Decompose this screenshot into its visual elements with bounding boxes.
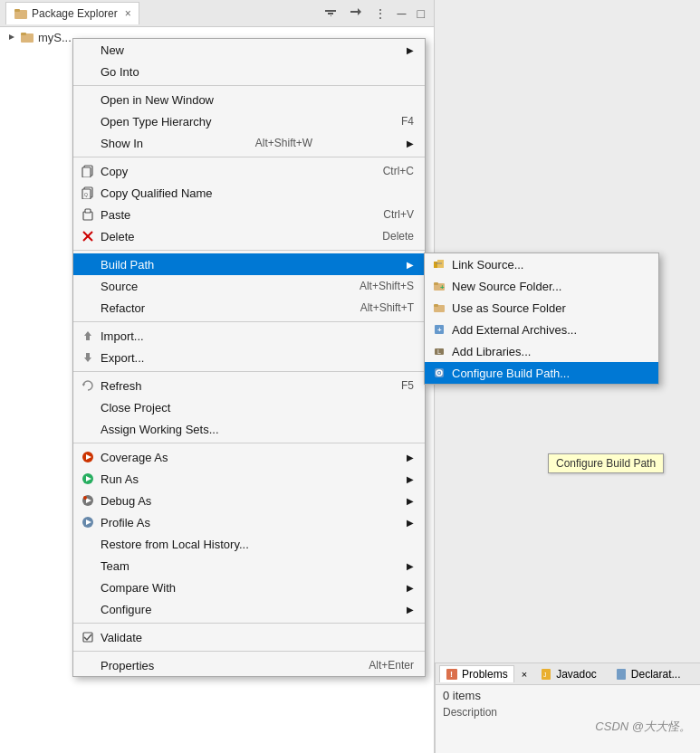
svg-text:!: !	[450, 670, 453, 679]
tab-problems[interactable]: ! Problems	[439, 665, 514, 682]
menu-item-open-new-window[interactable]: Open in New Window	[73, 89, 425, 110]
svg-rect-16	[85, 209, 91, 213]
new-icon	[81, 43, 95, 57]
context-menu: New ▶ Go Into Open in New Window Open Ty…	[72, 38, 426, 677]
menu-item-coverage-as[interactable]: Coverage As ▶	[73, 446, 425, 468]
refresh-shortcut: F5	[383, 379, 414, 392]
menu-item-go-into[interactable]: Go Into	[73, 61, 425, 82]
separator-8	[73, 651, 425, 652]
build-path-submenu: Link Source... + New Source Folder... Us…	[424, 253, 659, 385]
svg-marker-6	[358, 8, 361, 15]
svg-rect-3	[328, 13, 333, 14]
declaration-icon	[615, 668, 628, 681]
menu-item-configure[interactable]: Configure ▶	[73, 598, 425, 620]
menu-item-validate[interactable]: Validate	[73, 626, 425, 648]
menu-item-assign-working-sets[interactable]: Assign Working Sets...	[73, 418, 425, 440]
menu-item-delete[interactable]: Delete Delete	[73, 225, 425, 247]
menu-item-new[interactable]: New ▶	[73, 39, 425, 61]
menu-item-copy[interactable]: Copy Ctrl+C	[73, 160, 425, 182]
compare-icon	[81, 580, 95, 595]
submenu-use-source-folder[interactable]: Use as Source Folder	[425, 297, 658, 319]
minimize-btn[interactable]: ─	[394, 5, 410, 23]
submenu-link-source[interactable]: Link Source...	[425, 253, 658, 275]
link-source-icon	[432, 257, 446, 272]
show-in-arrow: ▶	[407, 138, 414, 148]
menu-item-refresh[interactable]: Refresh F5	[73, 375, 425, 396]
submenu-new-source-folder[interactable]: + New Source Folder...	[425, 275, 658, 297]
menu-item-show-in[interactable]: Show In Alt+Shift+W ▶	[73, 132, 425, 154]
menu-item-restore-local[interactable]: Restore from Local History...	[73, 533, 425, 555]
panel-title: Package Explorer	[32, 7, 118, 20]
add-external-archives-icon: +	[432, 322, 446, 337]
coverage-icon	[81, 450, 95, 464]
source-icon	[81, 279, 95, 293]
menu-item-paste[interactable]: Paste Ctrl+V	[73, 204, 425, 225]
separator-7	[73, 623, 425, 624]
menu-item-close-project[interactable]: Close Project	[73, 396, 425, 418]
menu-item-export[interactable]: Export...	[73, 347, 425, 368]
configure-icon	[81, 602, 95, 616]
view-menu-btn[interactable]: ⋮	[370, 5, 390, 23]
tree-arrow-icon	[7, 33, 16, 42]
tab-close-btn[interactable]: ×	[125, 7, 131, 20]
svg-text:+: +	[437, 326, 442, 334]
close-project-icon	[81, 400, 95, 415]
svg-point-33	[438, 372, 440, 374]
svg-rect-1	[14, 9, 20, 12]
source-shortcut: Alt+Shift+S	[341, 280, 414, 292]
svg-marker-7	[9, 34, 14, 40]
submenu-configure-build-path[interactable]: Configure Build Path...	[425, 362, 658, 384]
assign-working-sets-icon	[81, 422, 95, 436]
menu-item-run-as[interactable]: Run As ▶	[73, 468, 425, 490]
svg-text:L: L	[437, 348, 441, 355]
menu-item-build-path[interactable]: Build Path ▶ Link Source... + New Source…	[73, 253, 425, 275]
build-path-icon	[81, 257, 95, 272]
delete-shortcut: Delete	[364, 230, 414, 243]
submenu-add-external-archives[interactable]: + Add External Archives...	[425, 319, 658, 340]
tab-declaration[interactable]: Declarat...	[609, 666, 686, 682]
show-in-icon	[81, 136, 95, 150]
menu-item-compare-with[interactable]: Compare With ▶	[73, 577, 425, 598]
coverage-arrow: ▶	[407, 453, 414, 462]
copy-shortcut: Ctrl+C	[365, 165, 414, 177]
tooltip-configure-build-path: Configure Build Path	[548, 453, 664, 473]
separator-1	[73, 85, 425, 86]
refactor-shortcut: Alt+Shift+T	[342, 301, 414, 314]
menu-item-refactor[interactable]: Refactor Alt+Shift+T	[73, 297, 425, 319]
svg-rect-5	[350, 11, 358, 13]
menu-item-debug-as[interactable]: Debug As ▶	[73, 490, 425, 511]
restore-icon	[81, 537, 95, 551]
svg-rect-23	[434, 282, 438, 285]
open-new-window-icon	[81, 92, 95, 107]
paste-shortcut: Ctrl+V	[365, 208, 414, 221]
debug-icon	[81, 493, 95, 508]
separator-4	[73, 321, 425, 322]
new-source-folder-icon: +	[432, 279, 446, 293]
tab-javadoc[interactable]: J Javadoc	[534, 666, 602, 682]
maximize-btn[interactable]: □	[414, 5, 428, 23]
menu-item-open-type-hierarchy[interactable]: Open Type Hierarchy F4	[73, 110, 425, 132]
tab-problems-close[interactable]: ×	[522, 669, 527, 680]
submenu-add-libraries[interactable]: L Add Libraries...	[425, 340, 658, 362]
bottom-panel-tabs: ! Problems × J Javadoc Declarat...	[436, 663, 700, 685]
svg-rect-4	[331, 15, 331, 16]
collapse-all-btn[interactable]	[320, 3, 341, 24]
separator-3	[73, 250, 425, 251]
menu-item-copy-qualified[interactable]: Q Copy Qualified Name	[73, 182, 425, 204]
menu-item-import[interactable]: Import...	[73, 325, 425, 347]
menu-item-source[interactable]: Source Alt+Shift+S	[73, 275, 425, 297]
go-into-icon	[81, 64, 95, 79]
link-editor-btn[interactable]	[345, 3, 367, 24]
items-count: 0 items	[443, 689, 693, 702]
menu-item-properties[interactable]: Properties Alt+Enter	[73, 654, 425, 676]
package-explorer-tab[interactable]: Package Explorer ×	[5, 2, 139, 24]
run-icon	[81, 472, 95, 486]
add-libraries-icon: L	[432, 344, 446, 358]
menu-item-profile-as[interactable]: Profile As ▶	[73, 511, 425, 533]
bottom-panel-content: 0 items Description	[436, 685, 700, 722]
svg-marker-34	[84, 331, 91, 340]
validate-icon	[81, 630, 95, 644]
profile-arrow: ▶	[407, 518, 414, 528]
run-arrow: ▶	[407, 474, 414, 484]
menu-item-team[interactable]: Team ▶	[73, 555, 425, 577]
